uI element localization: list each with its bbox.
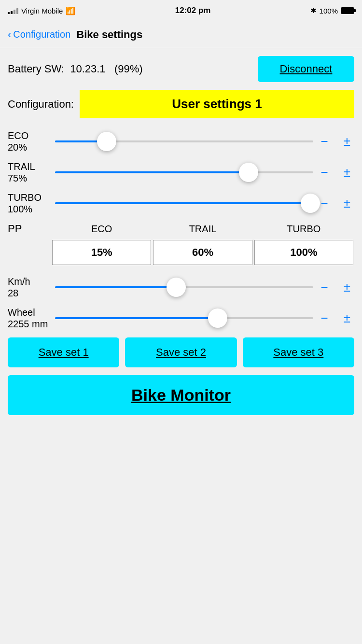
eco-controls: − ± bbox=[317, 132, 354, 151]
wheel-thumb[interactable] bbox=[208, 308, 227, 328]
speed-thumb[interactable] bbox=[167, 278, 186, 297]
eco-slider-row: ECO 20% − ± bbox=[8, 130, 354, 153]
save-set-2-button[interactable]: Save set 2 bbox=[125, 337, 237, 367]
disconnect-button[interactable]: Disconnect bbox=[258, 56, 354, 82]
bike-monitor-button[interactable]: Bike Monitor bbox=[8, 375, 354, 415]
wheel-track bbox=[55, 317, 313, 319]
turbo-slider-container bbox=[55, 193, 313, 214]
pp-trail-value: 60% bbox=[153, 240, 252, 265]
speed-minus-button[interactable]: − bbox=[317, 278, 332, 297]
pp-columns: ECO TRAIL TURBO bbox=[51, 224, 354, 235]
status-left: Virgin Mobile 📶 bbox=[8, 6, 75, 15]
turbo-slider-row: TURBO 100% − ± bbox=[8, 192, 354, 215]
pp-turbo-value: 100% bbox=[254, 240, 353, 265]
speed-fill bbox=[55, 286, 176, 288]
trail-minus-button[interactable]: − bbox=[317, 163, 332, 182]
back-button[interactable]: ‹ Configuration bbox=[8, 28, 70, 41]
wheel-slider-row: Wheel 2255 mm − ± bbox=[8, 307, 354, 330]
pp-label: PP bbox=[8, 223, 51, 235]
pp-col-trail: TRAIL bbox=[152, 224, 253, 235]
pp-section: PP ECO TRAIL TURBO 15% 60% 100% bbox=[8, 223, 354, 266]
eco-minus-button[interactable]: − bbox=[317, 132, 332, 151]
trail-controls: − ± bbox=[317, 163, 354, 182]
speed-slider-row: Km/h 28 − ± bbox=[8, 276, 354, 299]
battery-percent: 100% bbox=[320, 7, 338, 15]
save-set-1-button[interactable]: Save set 1 bbox=[8, 337, 119, 367]
status-bar: Virgin Mobile 📶 12:02 pm ✱ 100% bbox=[0, 0, 362, 21]
turbo-track bbox=[55, 202, 313, 204]
eco-thumb[interactable] bbox=[97, 132, 116, 151]
config-row: Configuration: User settings 1 bbox=[8, 90, 354, 118]
speed-track bbox=[55, 286, 313, 288]
eco-slider-container bbox=[55, 131, 313, 152]
speed-slider-container bbox=[55, 277, 313, 298]
page-title: Bike settings bbox=[76, 28, 142, 41]
carrier-label: Virgin Mobile bbox=[21, 7, 63, 15]
turbo-plus-button[interactable]: ± bbox=[340, 194, 354, 213]
wheel-label: Wheel 2255 mm bbox=[8, 307, 51, 330]
turbo-thumb[interactable] bbox=[301, 194, 320, 213]
eco-track bbox=[55, 140, 313, 142]
back-label[interactable]: Configuration bbox=[13, 29, 70, 40]
config-label: Configuration: bbox=[8, 98, 74, 111]
trail-thumb[interactable] bbox=[239, 163, 258, 182]
turbo-fill bbox=[55, 202, 313, 204]
signal-icon bbox=[8, 7, 18, 14]
bluetooth-icon: ✱ bbox=[310, 6, 317, 15]
main-content: Battery SW: 10.23.1 (99%) Disconnect Con… bbox=[0, 48, 362, 423]
turbo-controls: − ± bbox=[317, 194, 354, 213]
pp-eco-value: 15% bbox=[52, 240, 151, 265]
trail-track bbox=[55, 171, 313, 173]
eco-plus-button[interactable]: ± bbox=[340, 132, 354, 151]
status-right: ✱ 100% bbox=[310, 6, 354, 15]
battery-info: Battery SW: 10.23.1 (99%) bbox=[8, 63, 143, 75]
wheel-controls: − ± bbox=[317, 309, 354, 328]
wheel-plus-button[interactable]: ± bbox=[340, 309, 354, 328]
trail-label: TRAIL 75% bbox=[8, 161, 51, 184]
trail-slider-container bbox=[55, 162, 313, 183]
trail-fill bbox=[55, 171, 249, 173]
pp-header: PP ECO TRAIL TURBO bbox=[8, 223, 354, 235]
pp-col-eco: ECO bbox=[51, 224, 152, 235]
config-value: User settings 1 bbox=[80, 90, 354, 118]
turbo-label: TURBO 100% bbox=[8, 192, 51, 215]
save-row: Save set 1 Save set 2 Save set 3 bbox=[8, 337, 354, 367]
speed-controls: − ± bbox=[317, 278, 354, 297]
battery-row: Battery SW: 10.23.1 (99%) Disconnect bbox=[8, 56, 354, 82]
wifi-icon: 📶 bbox=[66, 6, 75, 15]
pp-col-turbo: TURBO bbox=[253, 224, 354, 235]
time-label: 12:02 pm bbox=[175, 6, 211, 15]
wheel-minus-button[interactable]: − bbox=[317, 309, 332, 328]
nav-bar: ‹ Configuration Bike settings bbox=[0, 21, 362, 48]
pp-values: 15% 60% 100% bbox=[51, 239, 354, 266]
eco-label: ECO 20% bbox=[8, 130, 51, 153]
speed-plus-button[interactable]: ± bbox=[340, 278, 354, 297]
speed-label: Km/h 28 bbox=[8, 276, 51, 299]
back-chevron-icon: ‹ bbox=[8, 28, 11, 41]
trail-slider-row: TRAIL 75% − ± bbox=[8, 161, 354, 184]
wheel-fill bbox=[55, 317, 218, 319]
wheel-slider-container bbox=[55, 308, 313, 329]
trail-plus-button[interactable]: ± bbox=[340, 163, 354, 182]
save-set-3-button[interactable]: Save set 3 bbox=[243, 337, 354, 367]
battery-icon bbox=[341, 7, 354, 14]
